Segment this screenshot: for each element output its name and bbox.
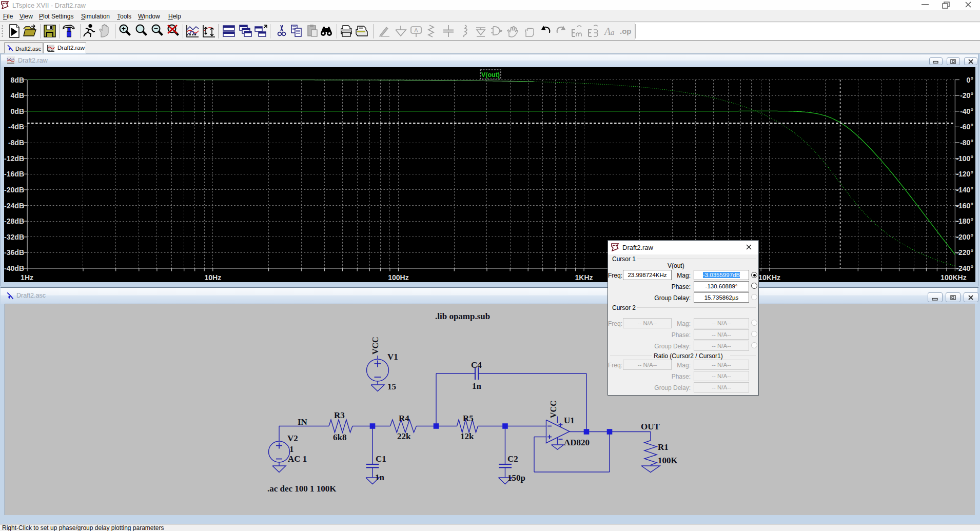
svg-text:1: 1 (289, 444, 294, 454)
svg-text:6k8: 6k8 (333, 432, 346, 442)
svg-text:100KHz: 100KHz (940, 273, 967, 282)
svg-text:C2: C2 (507, 454, 518, 464)
svg-text:100K: 100K (658, 456, 678, 465)
svg-text:-220°: -220° (956, 248, 973, 257)
svg-text:-36dB: -36dB (4, 248, 24, 257)
svg-text:A: A (414, 27, 418, 33)
svg-text:OUT: OUT (641, 422, 660, 431)
svg-text:-40°: -40° (960, 107, 973, 115)
svg-text:-100°: -100° (956, 154, 973, 163)
svg-text:V1: V1 (387, 352, 398, 362)
svg-text:-160°: -160° (956, 202, 973, 210)
svg-text:R4: R4 (399, 414, 409, 423)
svg-text:-12dB: -12dB (4, 154, 24, 163)
svg-text:-140°: -140° (956, 186, 973, 194)
svg-text:0°: 0° (967, 76, 973, 84)
svg-text:1Hz: 1Hz (21, 273, 33, 282)
svg-text:12k: 12k (460, 431, 474, 441)
svg-text:-180°: -180° (956, 217, 973, 225)
svg-text:a: a (611, 28, 615, 36)
svg-text:.lib opamp.sub: .lib opamp.sub (435, 311, 490, 321)
svg-text:1n: 1n (472, 381, 482, 391)
svg-text:V2: V2 (287, 434, 298, 443)
svg-text:8dB: 8dB (11, 76, 24, 84)
svg-text:C4: C4 (471, 360, 482, 370)
svg-text:C1: C1 (376, 454, 386, 464)
svg-text:AD820: AD820 (564, 438, 590, 447)
svg-text:.op: .op (620, 27, 632, 35)
svg-text:-80°: -80° (960, 139, 973, 147)
svg-text:VCC: VCC (371, 337, 380, 355)
svg-text:V(out): V(out) (481, 71, 500, 78)
svg-text:-20dB: -20dB (4, 186, 24, 194)
svg-text:R3: R3 (334, 410, 345, 420)
svg-text:A: A (603, 26, 611, 37)
svg-text:10KHz: 10KHz (758, 273, 780, 282)
svg-text:10Hz: 10Hz (204, 273, 221, 282)
svg-text:R1: R1 (658, 442, 669, 452)
svg-text:150p: 150p (507, 473, 525, 483)
svg-text:-16dB: -16dB (4, 170, 24, 178)
svg-text:U1: U1 (564, 416, 575, 425)
svg-text:AC 1: AC 1 (288, 454, 307, 464)
svg-text:0dB: 0dB (11, 107, 24, 115)
svg-text:15: 15 (387, 382, 396, 391)
svg-text:-32dB: -32dB (4, 233, 24, 241)
svg-text:-28dB: -28dB (4, 217, 24, 225)
svg-text:-24dB: -24dB (4, 202, 24, 210)
svg-text:-20°: -20° (960, 91, 973, 100)
svg-text:1KHz: 1KHz (575, 273, 593, 282)
svg-text:VCC: VCC (549, 400, 558, 418)
svg-text:1n: 1n (375, 473, 385, 482)
svg-text:-240°: -240° (956, 264, 973, 272)
svg-text:-60°: -60° (960, 123, 973, 131)
svg-text:-4dB: -4dB (8, 123, 24, 131)
svg-text:-120°: -120° (956, 170, 973, 178)
svg-text:-8dB: -8dB (8, 139, 24, 147)
svg-text:22k: 22k (397, 431, 411, 441)
svg-text:IN: IN (298, 417, 308, 427)
svg-text:-40dB: -40dB (4, 264, 24, 272)
svg-text:4dB: 4dB (11, 91, 24, 100)
svg-text:.ac dec 100 1 100K: .ac dec 100 1 100K (267, 484, 337, 494)
svg-text:R5: R5 (463, 414, 474, 423)
svg-text:-200°: -200° (956, 233, 973, 241)
svg-text:100Hz: 100Hz (388, 273, 408, 282)
